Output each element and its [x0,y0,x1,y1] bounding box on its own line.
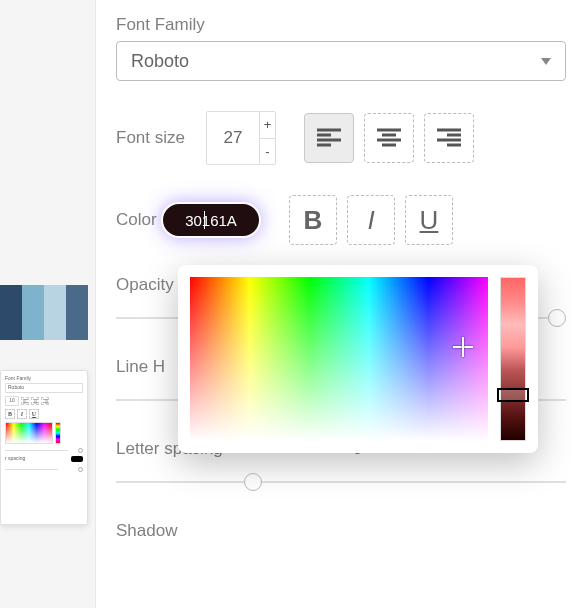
swatch-1[interactable] [0,285,22,340]
preview-bold: B [5,409,15,419]
italic-button[interactable]: I [347,195,395,245]
underline-button[interactable]: U [405,195,453,245]
font-size-decrease[interactable]: - [260,139,275,165]
font-family-value: Roboto [131,51,189,72]
preview-align-center [31,397,39,405]
letter-spacing-thumb[interactable] [244,473,262,491]
font-size-label: Font size [116,128,196,148]
preview-align-left [21,397,29,405]
preview-spectrum [5,422,53,444]
font-size-stepper[interactable]: 27 + - [206,111,276,165]
align-left-button[interactable] [304,113,354,163]
preview-font-select: Roboto [5,383,83,393]
bold-button[interactable]: B [289,195,337,245]
align-center-icon [377,128,401,148]
color-hex-value: 30161A [185,212,237,229]
color-spectrum[interactable] [190,277,488,441]
align-right-button[interactable] [424,113,474,163]
sidebar: Font Family Roboto 10 B I U r spacing [0,0,90,608]
color-picker-popover[interactable] [178,265,538,453]
spectrum-crosshair-icon [453,337,473,357]
preview-font-size: 10 [5,396,19,406]
preview-spacing-label: r spacing [5,455,25,461]
hue-thumb[interactable] [497,388,529,402]
letter-spacing-slider[interactable] [116,473,566,491]
color-swatches [0,285,88,340]
preview-hue [55,422,61,444]
preview-underline: U [29,409,39,419]
align-right-icon [437,128,461,148]
swatch-4[interactable] [66,285,88,340]
swatch-3[interactable] [44,285,66,340]
preview-font-family-label: Font Family [5,375,83,381]
preview-color-chip [71,456,83,462]
preview-align-right [41,397,49,405]
align-left-icon [317,128,341,148]
font-size-increase[interactable]: + [260,112,275,139]
sidebar-preview-thumbnail[interactable]: Font Family Roboto 10 B I U r spacing [0,370,88,525]
font-size-value: 27 [207,112,259,164]
text-caret [204,211,205,229]
color-hex-input[interactable]: 30161A [161,202,261,238]
font-family-label: Font Family [116,15,566,35]
align-center-button[interactable] [364,113,414,163]
font-family-select[interactable]: Roboto [116,41,566,81]
swatch-2[interactable] [22,285,44,340]
preview-italic: I [17,409,27,419]
hue-slider[interactable] [500,277,526,441]
shadow-label: Shadow [116,521,566,541]
opacity-thumb[interactable] [548,309,566,327]
letter-spacing-track [116,481,566,483]
color-label: Color [116,210,166,230]
